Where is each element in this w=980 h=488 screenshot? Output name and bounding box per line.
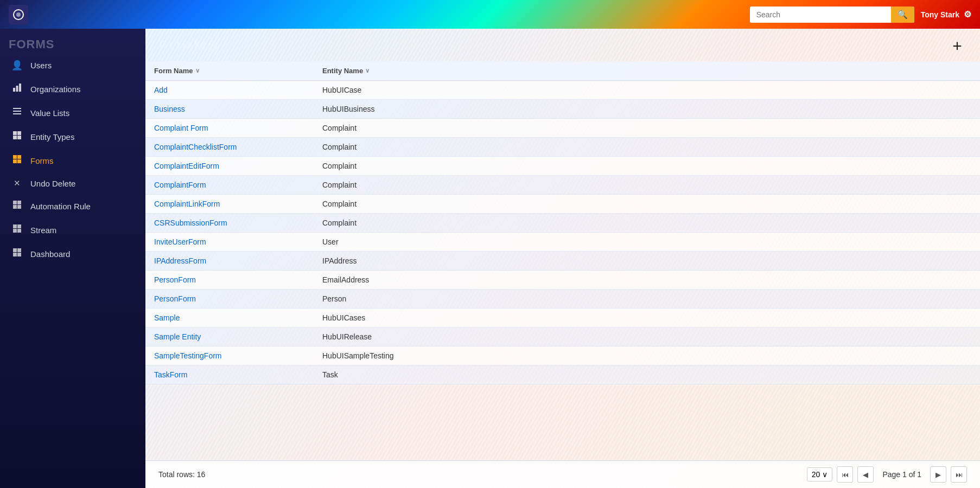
page-size-chevron: ∨ <box>822 470 828 479</box>
add-button[interactable]: + <box>947 36 967 56</box>
sidebar-item-entity-types[interactable]: Entity Types <box>0 125 145 149</box>
col-entity-name[interactable]: Entity Name ∨ <box>314 61 482 81</box>
svg-rect-2 <box>13 88 15 92</box>
entity-name-cell: Complaint <box>314 119 482 138</box>
search-button[interactable]: 🔍 <box>891 7 914 23</box>
sidebar-item-dashboard[interactable]: Dashboard <box>0 242 145 266</box>
sidebar-item-value-lists[interactable]: Value Lists <box>0 101 145 125</box>
svg-rect-8 <box>13 131 17 135</box>
prev-page-button[interactable]: ◀ <box>857 466 874 483</box>
entity-name-cell: HubUICases <box>314 309 482 328</box>
header-right: 🔍 Tony Stark ⚙ <box>750 7 971 23</box>
table-row[interactable]: ComplaintForm Complaint <box>145 176 980 195</box>
forms-table: Form Name ∨ Entity Name ∨ <box>145 61 980 384</box>
extra-cell <box>482 100 980 119</box>
sort-entity-name-icon: ∨ <box>365 67 370 74</box>
form-name-cell[interactable]: Complaint Form <box>145 119 314 138</box>
svg-rect-17 <box>17 201 21 204</box>
svg-rect-7 <box>13 113 21 114</box>
table-row[interactable]: IPAddressForm IPAddress <box>145 252 980 271</box>
svg-point-1 <box>16 12 21 17</box>
sidebar-label-automation-rule: Automation Rule <box>30 202 91 211</box>
extra-cell <box>482 252 980 271</box>
value-lists-icon <box>11 107 23 119</box>
entity-name-cell: Complaint <box>314 138 482 157</box>
table-row[interactable]: ComplaintEditForm Complaint <box>145 157 980 176</box>
search-input[interactable] <box>750 7 891 22</box>
first-page-button[interactable]: ⏮ <box>837 466 853 483</box>
sidebar-label-stream: Stream <box>30 226 56 235</box>
extra-cell <box>482 346 980 365</box>
form-name-cell[interactable]: InviteUserForm <box>145 233 314 252</box>
form-name-cell[interactable]: Add <box>145 81 314 100</box>
sidebar-item-organizations[interactable]: Organizations <box>0 77 145 101</box>
table-row[interactable]: Business HubUIBusiness <box>145 100 980 119</box>
svg-rect-21 <box>17 224 21 228</box>
form-name-cell[interactable]: ComplaintEditForm <box>145 157 314 176</box>
sidebar-item-automation-rule[interactable]: Automation Rule <box>0 194 145 218</box>
organizations-icon <box>11 83 23 95</box>
table-row[interactable]: ComplaintLinkForm Complaint <box>145 195 980 214</box>
table-row[interactable]: Sample HubUICases <box>145 309 980 328</box>
svg-rect-12 <box>13 155 17 159</box>
entity-name-cell: User <box>314 233 482 252</box>
svg-rect-24 <box>13 248 17 252</box>
svg-rect-5 <box>13 108 21 109</box>
sidebar-item-forms[interactable]: Forms <box>0 149 145 172</box>
user-info: Tony Stark ⚙ <box>921 9 971 20</box>
extra-cell <box>482 214 980 233</box>
entity-types-icon <box>11 131 23 143</box>
svg-rect-6 <box>13 111 21 112</box>
table-row[interactable]: TaskForm Task <box>145 365 980 384</box>
form-name-cell[interactable]: Business <box>145 100 314 119</box>
entity-name-cell: Complaint <box>314 157 482 176</box>
table-container[interactable]: Form Name ∨ Entity Name ∨ <box>145 61 980 460</box>
form-name-cell[interactable]: PersonForm <box>145 290 314 309</box>
col-extra <box>482 61 980 81</box>
table-row[interactable]: PersonForm Person <box>145 290 980 309</box>
svg-rect-25 <box>17 248 21 252</box>
entity-name-cell: HubUICase <box>314 81 482 100</box>
sidebar-label-undo-delete: Undo Delete <box>30 179 75 188</box>
main-layout: FORMS 👤 Users Organizations Value Lists … <box>0 29 980 488</box>
table-row[interactable]: ComplaintChecklistForm Complaint <box>145 138 980 157</box>
form-name-cell[interactable]: SampleTestingForm <box>145 346 314 365</box>
svg-rect-9 <box>17 131 21 135</box>
table-row[interactable]: InviteUserForm User <box>145 233 980 252</box>
table-row[interactable]: Sample Entity HubUIRelease <box>145 328 980 346</box>
extra-cell <box>482 195 980 214</box>
svg-rect-23 <box>17 229 21 233</box>
form-name-cell[interactable]: Sample Entity <box>145 328 314 346</box>
table-row[interactable]: CSRSubmissionForm Complaint <box>145 214 980 233</box>
sidebar-item-stream[interactable]: Stream <box>0 218 145 242</box>
extra-cell <box>482 233 980 252</box>
next-page-button[interactable]: ▶ <box>930 466 946 483</box>
search-box: 🔍 <box>750 7 914 23</box>
page-size-select[interactable]: 20 ∨ <box>807 467 833 481</box>
sidebar-item-undo-delete[interactable]: ✕ Undo Delete <box>0 172 145 194</box>
content-area: FORMS + Form Name ∨ <box>145 29 980 488</box>
table-row[interactable]: SampleTestingForm HubUISampleTesting <box>145 346 980 365</box>
content-inner: FORMS + Form Name ∨ <box>145 29 980 488</box>
extra-cell <box>482 176 980 195</box>
last-page-button[interactable]: ⏭ <box>951 466 967 483</box>
table-row[interactable]: Complaint Form Complaint <box>145 119 980 138</box>
settings-icon[interactable]: ⚙ <box>964 9 971 20</box>
form-name-cell[interactable]: ComplaintLinkForm <box>145 195 314 214</box>
table-row[interactable]: Add HubUICase <box>145 81 980 100</box>
sidebar-item-users[interactable]: 👤 Users <box>0 54 145 77</box>
form-name-cell[interactable]: CSRSubmissionForm <box>145 214 314 233</box>
form-name-cell[interactable]: ComplaintForm <box>145 176 314 195</box>
svg-rect-15 <box>17 159 21 163</box>
sidebar-label-forms: Forms <box>30 156 54 165</box>
form-name-cell[interactable]: ComplaintChecklistForm <box>145 138 314 157</box>
page-title-row: FORMS + <box>145 29 980 61</box>
svg-rect-26 <box>13 253 17 256</box>
form-name-cell[interactable]: IPAddressForm <box>145 252 314 271</box>
forms-icon <box>11 155 23 166</box>
form-name-cell[interactable]: TaskForm <box>145 365 314 384</box>
col-form-name[interactable]: Form Name ∨ <box>145 61 314 81</box>
form-name-cell[interactable]: PersonForm <box>145 271 314 290</box>
form-name-cell[interactable]: Sample <box>145 309 314 328</box>
table-row[interactable]: PersonForm EmailAddress <box>145 271 980 290</box>
